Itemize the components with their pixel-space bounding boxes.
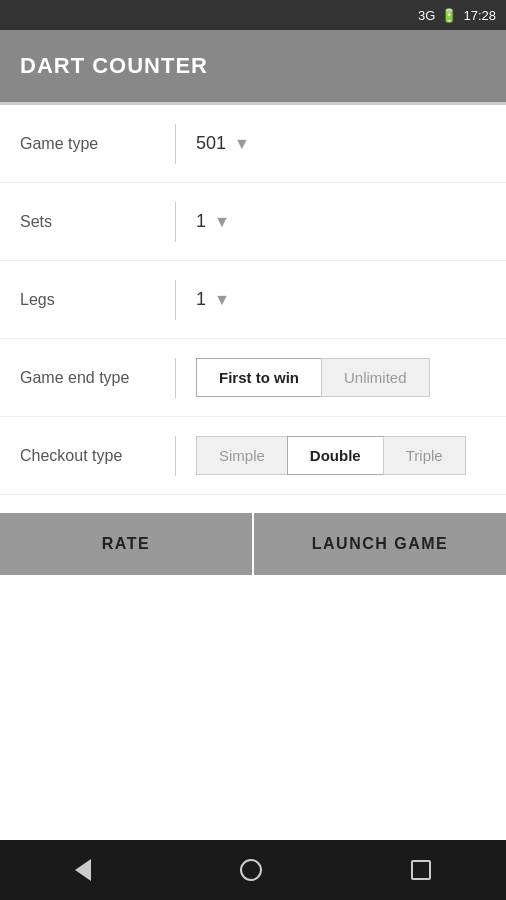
app-header: DART COUNTER: [0, 30, 506, 102]
navigation-bar: [0, 840, 506, 900]
home-circle-icon: [240, 859, 262, 881]
game-type-row: Game type 501 ▼: [0, 105, 506, 183]
status-bar: 3G 🔋 17:28: [0, 0, 506, 30]
legs-row: Legs 1 ▼: [0, 261, 506, 339]
legs-value: 1: [196, 289, 206, 310]
recents-button[interactable]: [411, 860, 431, 880]
game-type-label: Game type: [20, 135, 175, 153]
home-button[interactable]: [240, 859, 262, 881]
row-divider: [175, 202, 176, 242]
legs-control[interactable]: 1 ▼: [196, 289, 230, 310]
game-type-value: 501: [196, 133, 226, 154]
sets-control[interactable]: 1 ▼: [196, 211, 230, 232]
row-divider: [175, 358, 176, 398]
row-divider: [175, 124, 176, 164]
game-end-type-label: Game end type: [20, 369, 175, 387]
checkout-type-row: Checkout type Simple Double Triple: [0, 417, 506, 495]
first-to-win-button[interactable]: First to win: [196, 358, 321, 397]
sets-value: 1: [196, 211, 206, 232]
action-buttons: RATE LAUNCH GAME: [0, 513, 506, 575]
launch-game-button[interactable]: LAUNCH GAME: [254, 513, 506, 575]
time-display: 17:28: [463, 8, 496, 23]
row-divider: [175, 280, 176, 320]
sets-label: Sets: [20, 213, 175, 231]
game-end-type-toggle: First to win Unlimited: [196, 358, 430, 397]
unlimited-button[interactable]: Unlimited: [321, 358, 430, 397]
game-end-type-row: Game end type First to win Unlimited: [0, 339, 506, 417]
sets-row: Sets 1 ▼: [0, 183, 506, 261]
row-divider: [175, 436, 176, 476]
checkout-type-toggle: Simple Double Triple: [196, 436, 466, 475]
game-type-arrow-icon: ▼: [234, 135, 250, 153]
triple-button[interactable]: Triple: [383, 436, 466, 475]
recents-square-icon: [411, 860, 431, 880]
sets-arrow-icon: ▼: [214, 213, 230, 231]
legs-label: Legs: [20, 291, 175, 309]
double-button[interactable]: Double: [287, 436, 383, 475]
content-spacer: [0, 575, 506, 840]
app-title: DART COUNTER: [20, 53, 208, 79]
battery-icon: 🔋: [441, 8, 457, 23]
back-button[interactable]: [75, 859, 91, 881]
main-content: Game type 501 ▼ Sets 1 ▼ Legs 1 ▼ Game e…: [0, 105, 506, 840]
simple-button[interactable]: Simple: [196, 436, 287, 475]
game-type-control[interactable]: 501 ▼: [196, 133, 250, 154]
back-arrow-icon: [75, 859, 91, 881]
rate-button[interactable]: RATE: [0, 513, 252, 575]
legs-arrow-icon: ▼: [214, 291, 230, 309]
checkout-type-label: Checkout type: [20, 447, 175, 465]
network-indicator: 3G: [418, 8, 435, 23]
